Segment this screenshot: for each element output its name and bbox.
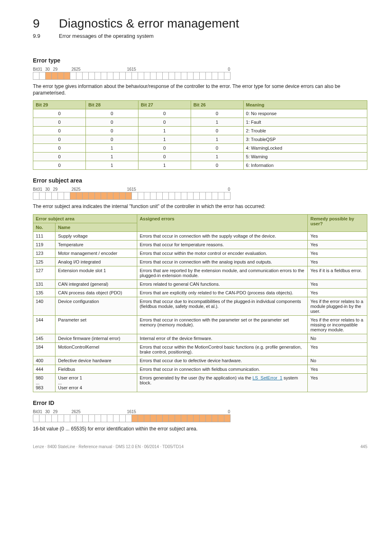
table-row: 144Parameter setErrors that occur in con… (33, 315, 367, 334)
bit-cell (76, 415, 83, 422)
table-cell: 0 (33, 109, 86, 118)
table-cell-no: 111 (33, 231, 55, 240)
bit-cell (113, 192, 120, 200)
bit-cell (187, 415, 194, 422)
bit-label-30: 30 (45, 67, 51, 72)
table-cell-assigned: Errors that occur due to defective devic… (137, 356, 308, 365)
ls-function-link[interactable]: LS_SetError_1 (252, 375, 282, 380)
table-cell-assigned: Errors that occur in connection with the… (137, 231, 308, 240)
error-type-text: The error type gives information about t… (33, 83, 367, 96)
bit-cell (64, 72, 70, 80)
bit-cell (58, 415, 64, 422)
bit-cell (52, 415, 58, 422)
table-cell-no: 135 (33, 288, 55, 297)
bit-cell (206, 72, 212, 80)
table-cell: 0 (33, 161, 86, 170)
table-cell-no: 127 (33, 266, 55, 280)
footer-left: Lenze · 8400 StateLine · Reference manua… (33, 444, 184, 449)
section-title: Error messages of the operating system (59, 33, 154, 39)
bit-cell (70, 72, 76, 80)
bit-cell (39, 192, 46, 200)
table-row: 00102: Trouble (33, 127, 367, 135)
table-cell-no: 444 (33, 365, 55, 373)
bit-cell (46, 72, 52, 80)
col-assigned-errors: Assigned errors (137, 214, 308, 231)
bit-cell (181, 72, 187, 80)
table-cell: 0 (138, 118, 191, 127)
table-cell-remedy: Yes (308, 373, 367, 392)
bit-cell (206, 192, 212, 200)
bit-label-30: 30 (45, 187, 51, 192)
bit-cell (101, 192, 107, 200)
table-cell: 0 (33, 144, 86, 153)
table-cell-assigned: Errors that occur within the motor contr… (137, 249, 308, 257)
table-cell-no: 123 (33, 249, 55, 257)
bit-cell (126, 72, 132, 80)
bit-cell (39, 415, 46, 422)
bit-cell (33, 72, 39, 80)
table-cell: 0 (33, 153, 86, 161)
table-cell-name: CAN integrated (general) (55, 280, 137, 288)
table-cell-name: Analog I/O integrated (55, 257, 137, 266)
table-header: Bit 27 (138, 101, 191, 109)
bit-label-15: 15 (131, 187, 138, 192)
table-cell: 0 (85, 127, 138, 135)
table-cell-remedy: Yes (308, 257, 367, 266)
table-cell-no: 400 (33, 356, 55, 365)
table-header: Meaning (243, 101, 367, 109)
table-row: 123Motor management / encoderErrors that… (33, 249, 367, 257)
bit-cell (181, 415, 187, 422)
bit-cell (163, 415, 169, 422)
table-cell-assigned: Errors that are reported by the extensio… (137, 266, 308, 280)
bit-cell (83, 72, 89, 80)
table-cell: 1 (138, 135, 191, 144)
bit-cell (206, 415, 212, 422)
table-cell-remedy: No (308, 356, 367, 365)
table-cell: 1 (191, 153, 243, 161)
table-cell: 0 (138, 153, 191, 161)
table-cell: 1 (85, 161, 138, 170)
table-cell-name: Parameter set (55, 315, 137, 334)
bit-cell (107, 192, 113, 200)
page-footer: Lenze · 8400 StateLine · Reference manua… (33, 444, 367, 449)
table-row: 111Supply voltageErrors that occur in co… (33, 231, 367, 240)
bit-label-0: 0 (138, 67, 230, 72)
table-row: 01106: Information (33, 161, 367, 170)
table-row: 140Device configurationErrors that occur… (33, 297, 367, 315)
bit-cell (175, 72, 181, 80)
bit-cell (95, 192, 101, 200)
bit-label-29: 29 (51, 409, 58, 414)
col-name: Name (55, 223, 137, 231)
bit-cell (101, 72, 107, 80)
table-cell-remedy: Yes (308, 249, 367, 257)
table-cell-name: Device configuration (55, 297, 137, 315)
chapter-number: 9 (33, 16, 58, 30)
table-cell-name: MotionControlKernel (55, 342, 137, 356)
table-cell-name: Device firmware (internal error) (55, 334, 137, 342)
bit-label-25: 25 (76, 187, 82, 192)
table-cell: 0 (85, 135, 138, 144)
table-cell: 0 (191, 144, 243, 153)
table-row: 125Analog I/O integratedErrors that occu… (33, 257, 367, 266)
table-cell-remedy: Yes if it is a fieldbus error. (308, 266, 367, 280)
bit-cell (169, 415, 175, 422)
table-row: 00113: TroubleQSP (33, 135, 367, 144)
bit-cell (224, 415, 231, 422)
bit-cell (76, 192, 83, 200)
table-cell: 0 (33, 135, 86, 144)
table-cell-assigned: Errors that are explicitly only related … (137, 288, 308, 297)
bit-cell (187, 72, 194, 80)
table-cell-remedy: Yes (308, 280, 367, 288)
error-id-heading: Error ID (33, 400, 367, 406)
bitbar-error-subject: Bit31 30 29 26 25 16 15 0 (33, 187, 367, 200)
bit-cell (212, 192, 218, 200)
table-cell: 0 (33, 118, 86, 127)
col-remedy: Remedy possible by user? (308, 214, 367, 231)
error-type-table: Bit 29Bit 28Bit 27Bit 26Meaning 00000: N… (33, 100, 367, 170)
bit-label-15: 15 (131, 67, 138, 72)
bit-cell (200, 192, 206, 200)
bit-cell (107, 415, 113, 422)
bit-cell (132, 72, 138, 80)
table-cell-remedy: No (308, 334, 367, 342)
footer-pagenum: 445 (360, 444, 367, 449)
